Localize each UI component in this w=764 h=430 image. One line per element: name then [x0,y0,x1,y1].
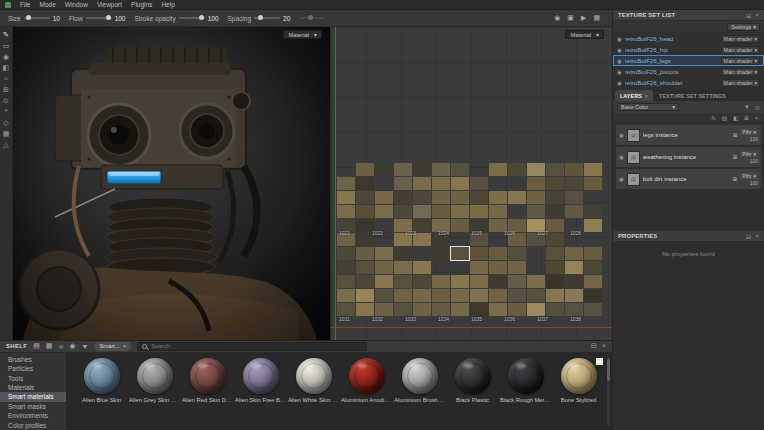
shader-dropdown[interactable]: Main shader▾ [721,57,760,65]
material-item[interactable]: Aluminium Anodized... [341,358,392,430]
texture-set-row-selected[interactable]: ◉ retroBotF26_legs Main shader▾ [613,55,764,66]
menu-plugins[interactable]: Plugins [131,1,152,8]
texture-set-row[interactable]: ◉ retroBotF26_shoulder Main shader▾ [613,77,764,88]
visibility-eye-icon[interactable]: ◉ [617,47,622,53]
layer-row[interactable]: ◉ ▤ legs instance ⊞ Pthr▾ 100 [616,125,761,145]
visibility-eye-icon[interactable]: ◉ [617,58,622,64]
material-sphere[interactable] [296,358,332,394]
link-icon[interactable]: ∞ [58,343,63,350]
dock-icon[interactable]: ⊟ [746,12,751,19]
category-environments[interactable]: Environments [0,411,66,420]
visibility-eye-icon[interactable]: ◉ [617,36,622,42]
video-icon[interactable]: ▶ [581,14,586,22]
filter-icon[interactable]: ▼ [82,343,89,350]
material-sphere[interactable] [84,358,120,394]
add-fill-layer-icon[interactable]: ◧ [733,115,738,121]
add-folder-icon[interactable]: ▤ [722,115,727,121]
quick-mask-tool-icon[interactable]: ▦ [3,130,10,138]
shelf-scrollbar[interactable] [607,357,610,426]
projection-tool-icon[interactable]: ◉ [3,53,9,61]
polygon-fill-tool-icon[interactable]: ◧ [3,64,10,72]
clone-tool-icon[interactable]: ⊞ [3,86,9,94]
layer-row[interactable]: ◉ ▤ weathering instance ⊞ Pthr▾ 100 [616,147,761,167]
menu-help[interactable]: Help [161,1,174,8]
spacing-slider[interactable] [254,17,280,19]
material-item[interactable]: Alien Skin Free Bump [235,358,286,430]
menu-mode[interactable]: Mode [39,1,55,8]
thumbnail-size-widget[interactable] [596,358,603,365]
category-smart-masks[interactable]: Smart masks [0,402,66,411]
filter-layers-icon[interactable]: ▼ [744,104,750,111]
blend-mode-dropdown[interactable]: Pthr▾ [740,173,758,179]
material-sphere[interactable] [137,358,173,394]
stroke-opacity-slider[interactable] [179,17,205,19]
shelf-search-box[interactable] [137,342,367,351]
tab-layers[interactable]: LAYERS × [615,90,653,101]
layer-opacity[interactable]: 100 [750,180,758,186]
material-item[interactable]: Alien Blue Skin [76,358,127,430]
category-brushes[interactable]: Brushes [0,355,66,364]
material-item[interactable]: Bone Stylized [553,358,604,430]
channel-dropdown[interactable]: Base Color ▾ [617,103,679,111]
gizmo-tool-icon[interactable]: △ [3,141,8,149]
stroke-opacity-slider-handle[interactable] [199,15,204,20]
material-sphere[interactable] [508,358,544,394]
add-effect-icon[interactable]: fx [711,115,715,121]
dock-icon[interactable]: ⊟ [591,342,597,350]
shader-dropdown[interactable]: Main shader▾ [721,46,760,54]
shader-display-dropdown-3d[interactable]: Material ▾ [283,30,322,39]
texture-set-row[interactable]: ◉ retroBotF26_hip Main shader▾ [613,44,764,55]
eye-icon[interactable]: ◉ [69,342,75,350]
layer-visibility-icon[interactable]: ◉ [619,154,624,160]
size-slider[interactable] [24,17,50,19]
category-materials[interactable]: Materials [0,383,66,392]
material-picker-tool-icon[interactable]: ⊙ [3,97,9,105]
filter-chip[interactable]: Smart... × [94,342,131,351]
shader-dropdown[interactable]: Main shader▾ [721,35,760,43]
shader-dropdown[interactable]: Main shader▾ [721,79,760,87]
delete-layer-icon[interactable]: × [755,115,758,121]
grid-view-icon[interactable]: ▦ [46,342,53,350]
material-item[interactable]: Black Plastic [447,358,498,430]
layer-opacity[interactable]: 100 [750,136,758,142]
category-particles[interactable]: Particles [0,364,66,373]
layer-opacity[interactable]: 100 [750,158,758,164]
paint-tool-icon[interactable]: ✎ [3,31,9,39]
camera-icon[interactable]: ▣ [567,14,574,22]
material-item[interactable]: Alien Grey Skin Bump... [129,358,180,430]
material-sphere[interactable] [190,358,226,394]
close-icon[interactable]: × [755,233,759,240]
folder-icon[interactable]: ▤ [33,342,40,350]
spacing-slider-handle[interactable] [258,15,263,20]
render-icon[interactable]: ◉ [554,14,560,22]
shader-display-dropdown-2d[interactable]: Material ▾ [565,30,604,39]
picker-icon[interactable]: ⊙ [755,104,760,111]
material-item[interactable]: Alien White Skin Veined [288,358,339,430]
material-sphere[interactable] [402,358,438,394]
layer-row[interactable]: ◉ ▤ bolt dirt instance ⊞ Pthr▾ 100 [616,169,761,189]
blend-mode-dropdown[interactable]: Pthr▾ [740,129,758,135]
close-icon[interactable]: × [602,342,606,350]
close-icon[interactable]: × [755,12,759,19]
path-tool-icon[interactable]: ◇ [3,119,8,127]
search-input[interactable] [151,343,362,349]
layer-visibility-icon[interactable]: ◉ [619,132,624,138]
settings-dropdown[interactable]: Settings ▾ [727,23,760,31]
eraser-tool-icon[interactable]: ▭ [3,42,10,50]
material-sphere[interactable] [455,358,491,394]
flow-slider[interactable] [86,17,112,19]
texture-set-row[interactable]: ◉ retroBotF26_pistons Main shader▾ [613,66,764,77]
category-tools[interactable]: Tools [0,374,66,383]
add-layer-icon[interactable]: ⊞ [744,115,749,121]
particles-tool-icon[interactable]: * [5,108,8,116]
shelf-scroll-thumb[interactable] [607,359,610,381]
material-sphere[interactable] [349,358,385,394]
material-item[interactable]: Black Rough Metal D... [500,358,551,430]
menu-window[interactable]: Window [65,1,88,8]
tab-close-icon[interactable]: × [645,93,648,99]
visibility-eye-icon[interactable]: ◉ [617,80,622,86]
menu-viewport[interactable]: Viewport [97,1,122,8]
layer-visibility-icon[interactable]: ◉ [619,176,624,182]
material-item[interactable]: Alien Red Skin Dama... [182,358,233,430]
material-sphere[interactable] [243,358,279,394]
